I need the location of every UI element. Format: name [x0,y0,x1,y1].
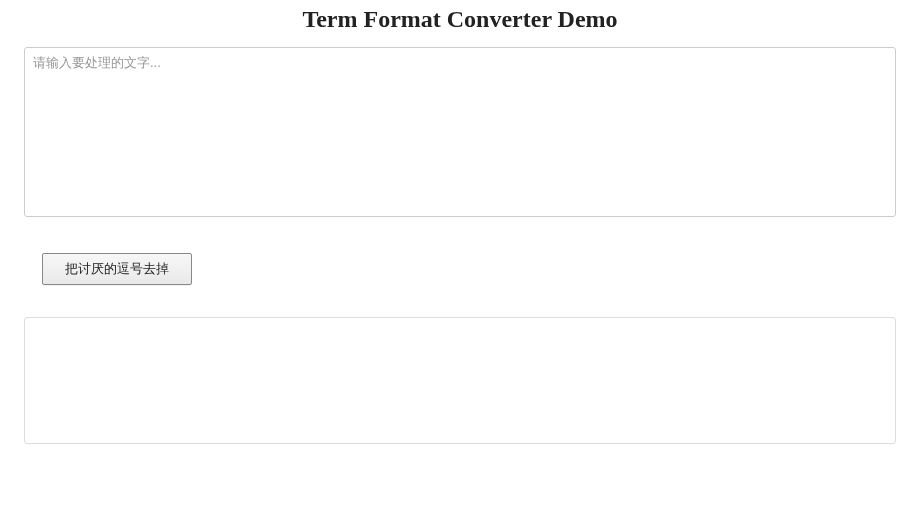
convert-button[interactable]: 把讨厌的逗号去掉 [42,253,192,285]
button-row: 把讨厌的逗号去掉 [42,253,896,285]
text-input[interactable] [24,47,896,217]
page-title: Term Format Converter Demo [24,6,896,33]
app-container: Term Format Converter Demo 把讨厌的逗号去掉 [0,0,920,444]
text-output [24,317,896,444]
